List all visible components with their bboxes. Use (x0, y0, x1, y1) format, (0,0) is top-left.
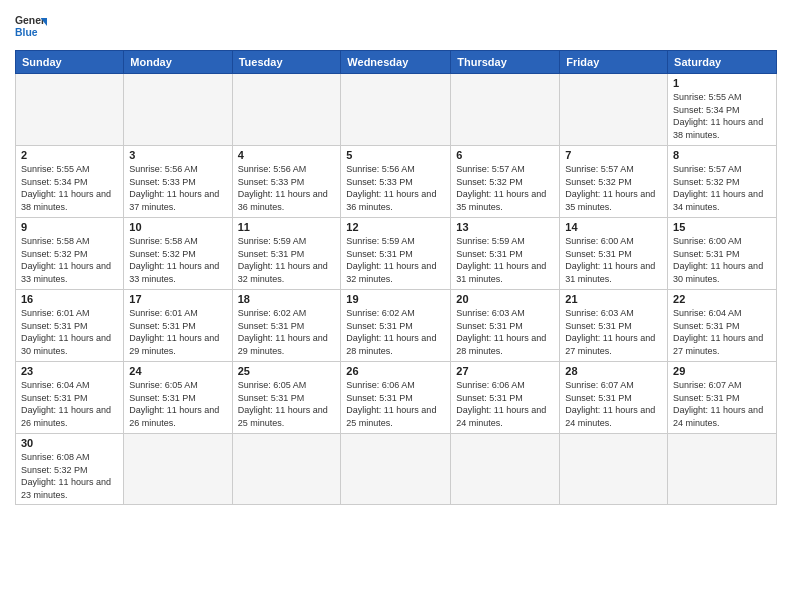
day-info: Sunrise: 5:59 AMSunset: 5:31 PMDaylight:… (346, 235, 445, 285)
calendar-header-row: SundayMondayTuesdayWednesdayThursdayFrid… (16, 51, 777, 74)
svg-text:General: General (15, 15, 47, 26)
calendar-cell: 15Sunrise: 6:00 AMSunset: 5:31 PMDayligh… (668, 218, 777, 290)
day-info: Sunrise: 6:07 AMSunset: 5:31 PMDaylight:… (673, 379, 771, 429)
calendar-cell: 19Sunrise: 6:02 AMSunset: 5:31 PMDayligh… (341, 290, 451, 362)
calendar-cell (341, 74, 451, 146)
day-number: 11 (238, 221, 336, 233)
day-number: 27 (456, 365, 554, 377)
logo-icon: General Blue (15, 10, 47, 42)
day-number: 20 (456, 293, 554, 305)
day-number: 16 (21, 293, 118, 305)
calendar-cell (232, 434, 341, 505)
calendar-cell: 26Sunrise: 6:06 AMSunset: 5:31 PMDayligh… (341, 362, 451, 434)
day-info: Sunrise: 6:05 AMSunset: 5:31 PMDaylight:… (129, 379, 226, 429)
day-number: 6 (456, 149, 554, 161)
day-number: 28 (565, 365, 662, 377)
day-info: Sunrise: 5:59 AMSunset: 5:31 PMDaylight:… (238, 235, 336, 285)
calendar-cell: 16Sunrise: 6:01 AMSunset: 5:31 PMDayligh… (16, 290, 124, 362)
logo: General Blue (15, 10, 47, 42)
calendar-cell (560, 74, 668, 146)
day-info: Sunrise: 6:01 AMSunset: 5:31 PMDaylight:… (21, 307, 118, 357)
weekday-header: Wednesday (341, 51, 451, 74)
calendar-cell (341, 434, 451, 505)
day-number: 4 (238, 149, 336, 161)
calendar-cell: 29Sunrise: 6:07 AMSunset: 5:31 PMDayligh… (668, 362, 777, 434)
weekday-header: Monday (124, 51, 232, 74)
calendar-cell (560, 434, 668, 505)
calendar-cell (668, 434, 777, 505)
svg-text:Blue: Blue (15, 27, 38, 38)
calendar-cell (124, 434, 232, 505)
calendar-cell: 30Sunrise: 6:08 AMSunset: 5:32 PMDayligh… (16, 434, 124, 505)
day-info: Sunrise: 6:08 AMSunset: 5:32 PMDaylight:… (21, 451, 118, 501)
day-info: Sunrise: 5:55 AMSunset: 5:34 PMDaylight:… (673, 91, 771, 141)
calendar-cell: 20Sunrise: 6:03 AMSunset: 5:31 PMDayligh… (451, 290, 560, 362)
calendar-cell: 7Sunrise: 5:57 AMSunset: 5:32 PMDaylight… (560, 146, 668, 218)
calendar-cell: 28Sunrise: 6:07 AMSunset: 5:31 PMDayligh… (560, 362, 668, 434)
day-info: Sunrise: 5:56 AMSunset: 5:33 PMDaylight:… (238, 163, 336, 213)
day-number: 24 (129, 365, 226, 377)
day-info: Sunrise: 6:02 AMSunset: 5:31 PMDaylight:… (346, 307, 445, 357)
day-info: Sunrise: 6:07 AMSunset: 5:31 PMDaylight:… (565, 379, 662, 429)
page: General Blue SundayMondayTuesdayWednesda… (0, 0, 792, 612)
day-info: Sunrise: 6:02 AMSunset: 5:31 PMDaylight:… (238, 307, 336, 357)
day-info: Sunrise: 5:58 AMSunset: 5:32 PMDaylight:… (21, 235, 118, 285)
day-number: 14 (565, 221, 662, 233)
calendar-cell (124, 74, 232, 146)
calendar-cell: 3Sunrise: 5:56 AMSunset: 5:33 PMDaylight… (124, 146, 232, 218)
calendar-cell (451, 74, 560, 146)
day-info: Sunrise: 5:59 AMSunset: 5:31 PMDaylight:… (456, 235, 554, 285)
day-number: 18 (238, 293, 336, 305)
day-info: Sunrise: 5:56 AMSunset: 5:33 PMDaylight:… (346, 163, 445, 213)
day-number: 23 (21, 365, 118, 377)
day-number: 10 (129, 221, 226, 233)
weekday-header: Thursday (451, 51, 560, 74)
calendar-cell (232, 74, 341, 146)
day-info: Sunrise: 5:57 AMSunset: 5:32 PMDaylight:… (565, 163, 662, 213)
calendar-cell (16, 74, 124, 146)
day-info: Sunrise: 6:04 AMSunset: 5:31 PMDaylight:… (21, 379, 118, 429)
day-info: Sunrise: 5:57 AMSunset: 5:32 PMDaylight:… (456, 163, 554, 213)
day-info: Sunrise: 6:03 AMSunset: 5:31 PMDaylight:… (456, 307, 554, 357)
calendar-cell: 25Sunrise: 6:05 AMSunset: 5:31 PMDayligh… (232, 362, 341, 434)
calendar-cell: 4Sunrise: 5:56 AMSunset: 5:33 PMDaylight… (232, 146, 341, 218)
day-info: Sunrise: 5:57 AMSunset: 5:32 PMDaylight:… (673, 163, 771, 213)
day-number: 26 (346, 365, 445, 377)
calendar-cell: 1Sunrise: 5:55 AMSunset: 5:34 PMDaylight… (668, 74, 777, 146)
day-number: 17 (129, 293, 226, 305)
calendar-cell: 18Sunrise: 6:02 AMSunset: 5:31 PMDayligh… (232, 290, 341, 362)
day-number: 22 (673, 293, 771, 305)
day-number: 15 (673, 221, 771, 233)
day-number: 8 (673, 149, 771, 161)
calendar-cell: 27Sunrise: 6:06 AMSunset: 5:31 PMDayligh… (451, 362, 560, 434)
day-info: Sunrise: 5:58 AMSunset: 5:32 PMDaylight:… (129, 235, 226, 285)
calendar-cell: 6Sunrise: 5:57 AMSunset: 5:32 PMDaylight… (451, 146, 560, 218)
calendar-cell: 22Sunrise: 6:04 AMSunset: 5:31 PMDayligh… (668, 290, 777, 362)
day-number: 12 (346, 221, 445, 233)
day-info: Sunrise: 6:06 AMSunset: 5:31 PMDaylight:… (456, 379, 554, 429)
weekday-header: Sunday (16, 51, 124, 74)
day-number: 29 (673, 365, 771, 377)
day-info: Sunrise: 6:00 AMSunset: 5:31 PMDaylight:… (565, 235, 662, 285)
day-number: 2 (21, 149, 118, 161)
weekday-header: Friday (560, 51, 668, 74)
day-info: Sunrise: 6:06 AMSunset: 5:31 PMDaylight:… (346, 379, 445, 429)
day-number: 5 (346, 149, 445, 161)
calendar-cell: 13Sunrise: 5:59 AMSunset: 5:31 PMDayligh… (451, 218, 560, 290)
header: General Blue (15, 10, 777, 42)
day-number: 21 (565, 293, 662, 305)
day-info: Sunrise: 6:00 AMSunset: 5:31 PMDaylight:… (673, 235, 771, 285)
day-info: Sunrise: 6:05 AMSunset: 5:31 PMDaylight:… (238, 379, 336, 429)
day-info: Sunrise: 6:03 AMSunset: 5:31 PMDaylight:… (565, 307, 662, 357)
day-info: Sunrise: 6:01 AMSunset: 5:31 PMDaylight:… (129, 307, 226, 357)
calendar-cell: 24Sunrise: 6:05 AMSunset: 5:31 PMDayligh… (124, 362, 232, 434)
calendar-cell: 12Sunrise: 5:59 AMSunset: 5:31 PMDayligh… (341, 218, 451, 290)
calendar-cell: 9Sunrise: 5:58 AMSunset: 5:32 PMDaylight… (16, 218, 124, 290)
calendar-cell: 5Sunrise: 5:56 AMSunset: 5:33 PMDaylight… (341, 146, 451, 218)
weekday-header: Tuesday (232, 51, 341, 74)
day-info: Sunrise: 5:56 AMSunset: 5:33 PMDaylight:… (129, 163, 226, 213)
day-number: 7 (565, 149, 662, 161)
calendar-cell: 21Sunrise: 6:03 AMSunset: 5:31 PMDayligh… (560, 290, 668, 362)
day-info: Sunrise: 5:55 AMSunset: 5:34 PMDaylight:… (21, 163, 118, 213)
calendar-cell: 14Sunrise: 6:00 AMSunset: 5:31 PMDayligh… (560, 218, 668, 290)
